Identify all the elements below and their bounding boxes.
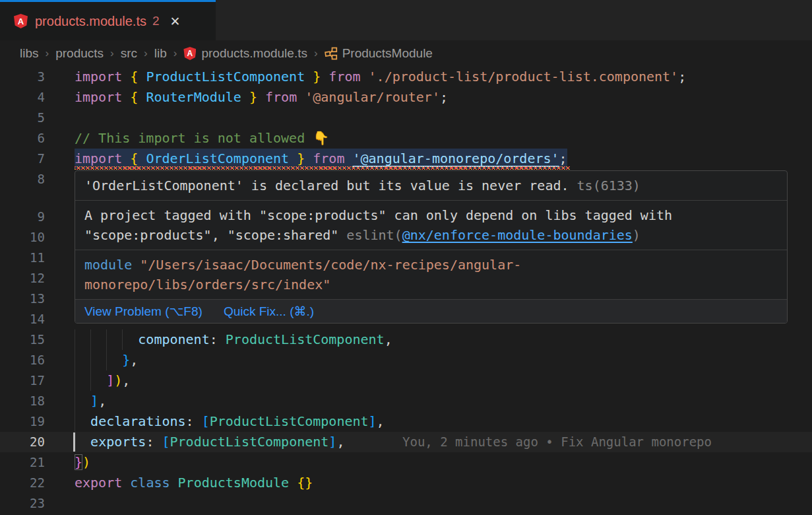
breadcrumb-symbol-label: ProductsModule bbox=[342, 46, 433, 61]
line-number[interactable]: 21 bbox=[0, 452, 45, 473]
breadcrumb-item-symbol[interactable]: ProductsModule bbox=[325, 46, 433, 61]
module-path-line1: "/Users/isaac/Documents/code/nx-recipes/… bbox=[132, 257, 521, 273]
breadcrumb-file-label: products.module.ts bbox=[201, 46, 307, 61]
code-token: { bbox=[130, 69, 138, 85]
breadcrumb-label: src bbox=[121, 46, 137, 61]
line-number[interactable]: 19 bbox=[0, 411, 45, 432]
code-token: , bbox=[385, 331, 392, 347]
code-line-3[interactable]: 3import { ProductListComponent } from '.… bbox=[0, 67, 812, 87]
quick-fix-button[interactable]: Quick Fix... (⌘.) bbox=[224, 304, 314, 319]
code-line-15[interactable]: 15 component: ProductListComponent, bbox=[0, 329, 812, 350]
line-number[interactable]: 13 bbox=[0, 289, 45, 309]
ts-error-message: 'OrderListComponent' is declared but its… bbox=[75, 171, 787, 201]
module-path-line2: monorepo/libs/orders/src/index" bbox=[84, 277, 330, 292]
code-token bbox=[361, 69, 369, 85]
line-number[interactable]: 15 bbox=[0, 329, 45, 350]
eslint-error-message: A project tagged with "scope:products" c… bbox=[75, 201, 787, 250]
line-number[interactable]: 16 bbox=[0, 350, 45, 370]
tab-error-count-badge: 2 bbox=[152, 14, 160, 28]
code-token: ] bbox=[328, 434, 336, 450]
code-line-17[interactable]: 17 ]), bbox=[0, 370, 812, 391]
line-number[interactable]: 17 bbox=[0, 370, 45, 391]
code-line-content: ]), bbox=[75, 370, 130, 391]
code-line-4[interactable]: 4import { RouterModule } from '@angular/… bbox=[0, 87, 812, 108]
breadcrumb: libs›products›src›lib›Aproducts.module.t… bbox=[0, 40, 812, 67]
tab-products-module[interactable]: A products.module.ts 2 ✕ bbox=[0, 0, 216, 40]
code-token: // This import is not allowed 👇 bbox=[75, 130, 329, 146]
eslint-rule-link[interactable]: @nx/enforce-module-boundaries bbox=[402, 227, 633, 243]
code-token: from bbox=[328, 69, 360, 85]
code-token: } bbox=[75, 454, 82, 470]
line-number[interactable]: 7 bbox=[0, 149, 45, 169]
code-token: [ bbox=[162, 434, 170, 450]
code-token bbox=[122, 475, 130, 491]
code-editor[interactable]: 3import { ProductListComponent } from '.… bbox=[0, 67, 812, 515]
code-line-20[interactable]: 20 exports: [ProductListComponent],You, … bbox=[0, 432, 812, 452]
code-line-6[interactable]: 6// This import is not allowed 👇 bbox=[0, 128, 812, 149]
line-number[interactable]: 20 bbox=[0, 432, 45, 452]
chevron-right-icon: › bbox=[137, 47, 154, 60]
code-line-content: import { ProductListComponent } from './… bbox=[75, 67, 686, 87]
line-number[interactable]: 6 bbox=[0, 128, 45, 149]
breadcrumb-item-lib[interactable]: lib bbox=[154, 46, 167, 61]
line-number[interactable]: 23 bbox=[0, 493, 45, 514]
code-token: ; bbox=[559, 151, 567, 166]
code-line-content: ], bbox=[75, 391, 106, 411]
code-token: , bbox=[377, 413, 385, 429]
breadcrumb-item-libs[interactable]: libs bbox=[20, 46, 39, 61]
view-problem-button[interactable]: View Problem (⌥F8) bbox=[84, 304, 203, 319]
eslint-source-suffix: ) bbox=[633, 227, 640, 243]
code-token bbox=[75, 413, 90, 429]
code-line-16[interactable]: 16 }, bbox=[0, 350, 812, 370]
code-token bbox=[305, 151, 313, 166]
breadcrumb-item-file[interactable]: Aproducts.module.ts bbox=[183, 46, 307, 61]
close-icon[interactable]: ✕ bbox=[170, 14, 181, 29]
code-token: component bbox=[138, 331, 209, 347]
code-line-content: exports: [ProductListComponent], bbox=[75, 432, 344, 452]
code-line-19[interactable]: 19 declarations: [ProductListComponent], bbox=[0, 411, 812, 432]
line-number[interactable]: 5 bbox=[0, 108, 45, 128]
code-line-21[interactable]: 21}) bbox=[0, 452, 812, 473]
code-token: ; bbox=[440, 89, 448, 105]
code-line-content: }, bbox=[75, 350, 138, 370]
code-token: import bbox=[75, 69, 122, 85]
code-token: from bbox=[265, 89, 297, 105]
line-number[interactable]: 11 bbox=[0, 248, 45, 268]
code-token bbox=[257, 89, 265, 105]
code-token: ; bbox=[678, 69, 686, 85]
code-line-23[interactable]: 23 bbox=[0, 493, 812, 514]
code-token: } bbox=[297, 151, 305, 166]
code-token: ) bbox=[82, 454, 90, 470]
code-token: { bbox=[130, 89, 138, 105]
line-number[interactable]: 4 bbox=[0, 87, 45, 108]
code-token: import bbox=[75, 89, 122, 105]
breadcrumb-item-src[interactable]: src bbox=[121, 46, 137, 61]
code-token: [ bbox=[202, 413, 210, 429]
code-line-content: }) bbox=[75, 452, 90, 473]
code-token: import bbox=[75, 151, 122, 166]
line-number[interactable]: 9 bbox=[0, 207, 45, 227]
code-line-7[interactable]: 7import { OrderListComponent } from '@an… bbox=[0, 149, 812, 169]
code-line-18[interactable]: 18 ], bbox=[0, 391, 812, 411]
code-line-5[interactable]: 5 bbox=[0, 108, 812, 128]
class-symbol-icon bbox=[325, 47, 338, 60]
line-number[interactable]: 8 bbox=[0, 169, 45, 189]
line-number[interactable]: 18 bbox=[0, 391, 45, 411]
chevron-right-icon: › bbox=[104, 47, 121, 60]
angular-icon: A bbox=[183, 47, 196, 60]
code-line-22[interactable]: 22export class ProductsModule {} bbox=[0, 473, 812, 493]
code-token: : bbox=[146, 434, 162, 450]
line-number[interactable]: 10 bbox=[0, 227, 45, 248]
module-keyword: module bbox=[84, 257, 132, 273]
chevron-right-icon: › bbox=[39, 47, 56, 60]
code-token: class bbox=[130, 475, 170, 491]
line-number[interactable]: 3 bbox=[0, 67, 45, 87]
code-line-content: import { RouterModule } from '@angular/r… bbox=[75, 87, 448, 108]
breadcrumb-item-products[interactable]: products bbox=[55, 46, 104, 61]
line-number[interactable]: 14 bbox=[0, 309, 45, 329]
code-token: exports bbox=[90, 434, 146, 450]
line-number[interactable]: 12 bbox=[0, 268, 45, 289]
eslint-error-line2: "scope:products", "scope:shared" bbox=[84, 227, 346, 243]
code-token bbox=[75, 434, 90, 450]
line-number[interactable]: 22 bbox=[0, 473, 45, 493]
